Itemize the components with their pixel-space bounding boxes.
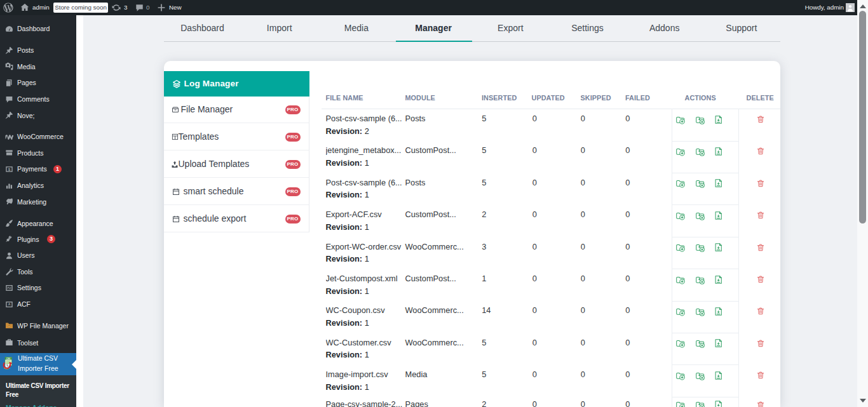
svg-text:$: $	[8, 167, 10, 171]
svg-text:A: A	[8, 302, 10, 306]
svg-text:CSV: CSV	[6, 357, 10, 359]
